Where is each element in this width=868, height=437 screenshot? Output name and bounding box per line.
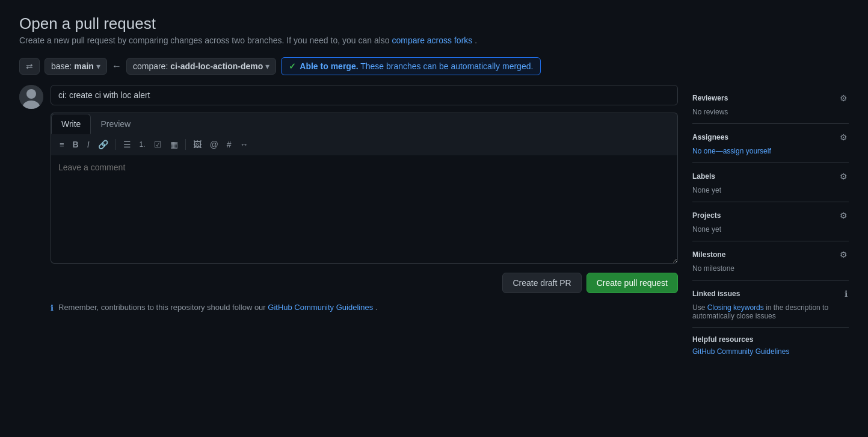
linked-issues-info-button[interactable]: ℹ <box>843 288 849 300</box>
italic-button[interactable]: I <box>84 137 93 152</box>
editor-container: Write Preview ≡ B I <box>51 113 678 265</box>
gear-icon-4: ⚙ <box>840 211 848 220</box>
image-button[interactable]: 🖼 <box>189 137 205 152</box>
labels-header: Labels ⚙ <box>692 170 849 182</box>
check-icon: ✓ <box>289 61 296 71</box>
link-button[interactable]: 🔗 <box>94 137 112 152</box>
create-draft-button[interactable]: Create draft PR <box>502 273 581 293</box>
pr-form: Write Preview ≡ B I <box>51 85 678 312</box>
assignees-value: No one—assign yourself <box>692 147 849 155</box>
image-icon: 🖼 <box>193 140 202 149</box>
merge-status: ✓ Able to merge. These branches can be a… <box>281 57 541 75</box>
github-guidelines-link[interactable]: GitHub Community Guidelines <box>692 347 789 356</box>
projects-gear-button[interactable]: ⚙ <box>839 209 849 222</box>
tab-write[interactable]: Write <box>51 114 91 134</box>
milestone-title: Milestone <box>692 250 725 259</box>
pr-title-input[interactable] <box>51 85 678 105</box>
italic-icon: I <box>87 140 90 149</box>
labels-value: None yet <box>692 186 849 194</box>
assignees-title: Assignees <box>692 133 728 141</box>
linked-issues-title: Linked issues <box>692 290 740 298</box>
subtitle-end: . <box>475 36 477 45</box>
chevron-down-icon-2: ▾ <box>265 61 269 71</box>
info-circle-icon: ℹ <box>845 289 848 299</box>
milestone-value: No milestone <box>692 264 849 273</box>
sidebar-section-assignees: Assignees ⚙ No one—assign yourself <box>692 124 849 163</box>
mention-button[interactable]: @ <box>206 137 222 152</box>
milestone-header: Milestone ⚙ <box>692 249 849 261</box>
page-container: Open a pull request Create a new pull re… <box>0 0 868 377</box>
bullets-button[interactable]: ☰ <box>120 137 135 152</box>
avatar <box>19 85 43 109</box>
form-with-avatar: Write Preview ≡ B I <box>19 85 678 312</box>
linked-issues-value: Use Closing keywords in the description … <box>692 303 849 320</box>
tab-preview[interactable]: Preview <box>91 114 140 134</box>
assignees-gear-button[interactable]: ⚙ <box>839 131 849 143</box>
toolbar-separator-2 <box>185 139 186 150</box>
more-button[interactable]: ↔ <box>236 137 252 152</box>
more-icon: ↔ <box>240 140 248 149</box>
link-icon: 🔗 <box>98 140 108 149</box>
info-note: ℹ Remember, contributions to this reposi… <box>51 303 678 312</box>
merge-status-text: Able to merge. These branches can be aut… <box>300 61 533 71</box>
reviewers-value: No reviews <box>692 108 849 116</box>
community-guidelines-link[interactable]: GitHub Community Guidelines <box>268 303 373 312</box>
toolbar-separator-1 <box>115 139 116 150</box>
labels-gear-button[interactable]: ⚙ <box>839 170 849 182</box>
sidebar-section-helpful-resources: Helpful resources GitHub Community Guide… <box>692 328 849 363</box>
info-note-text: Remember, contributions to this reposito… <box>58 303 377 312</box>
bold-button[interactable]: B <box>69 137 82 152</box>
create-pr-button[interactable]: Create pull request <box>586 273 678 293</box>
base-branch-button[interactable]: base: main ▾ <box>45 58 107 75</box>
page-title: Open a pull request <box>19 14 849 33</box>
tab-bar: Write Preview <box>51 113 678 134</box>
projects-title: Projects <box>692 211 721 220</box>
left-column: Write Preview ≡ B I <box>19 85 678 312</box>
compare-forks-link[interactable]: compare across forks <box>392 36 472 45</box>
page-subtitle: Create a new pull request by comparing c… <box>19 36 849 45</box>
helpful-resources-title: Helpful resources <box>692 335 753 344</box>
reference-button[interactable]: # <box>223 137 235 152</box>
numbered-icon: 1. <box>140 140 146 149</box>
helpful-resources-value: GitHub Community Guidelines <box>692 347 849 356</box>
main-layout: Write Preview ≡ B I <box>19 85 849 363</box>
right-sidebar: Reviewers ⚙ No reviews Assignees ⚙ No on… <box>692 85 849 363</box>
comment-textarea[interactable] <box>51 155 678 264</box>
sync-branch-button[interactable]: ⇄ <box>19 58 40 75</box>
gear-icon: ⚙ <box>840 93 848 103</box>
action-row: Create draft PR Create pull request <box>51 273 678 293</box>
table-icon: ▦ <box>170 140 178 149</box>
gear-icon-5: ⚙ <box>840 250 848 259</box>
reviewers-header: Reviewers ⚙ <box>692 92 849 104</box>
sidebar-section-labels: Labels ⚙ None yet <box>692 163 849 202</box>
chevron-down-icon: ▾ <box>96 61 100 71</box>
info-icon: ℹ <box>51 303 54 312</box>
sync-icon: ⇄ <box>26 61 33 71</box>
sidebar-section-linked-issues: Linked issues ℹ Use Closing keywords in … <box>692 280 849 328</box>
projects-header: Projects ⚙ <box>692 209 849 222</box>
able-to-merge: Able to merge. <box>300 61 358 71</box>
task-icon: ☑ <box>154 140 162 149</box>
subtitle-text: Create a new pull request by comparing c… <box>19 36 390 45</box>
heading-button[interactable]: ≡ <box>56 138 68 152</box>
left-arrow-icon: ← <box>112 61 122 72</box>
numbered-button[interactable]: 1. <box>136 138 149 151</box>
bold-icon: B <box>73 140 79 149</box>
linked-issues-header: Linked issues ℹ <box>692 288 849 300</box>
branch-row: ⇄ base: main ▾ ← compare: ci-add-loc-act… <box>19 57 849 75</box>
base-branch-name: main <box>74 61 94 71</box>
task-button[interactable]: ☑ <box>150 137 165 152</box>
svg-point-1 <box>26 89 36 99</box>
sidebar-section-reviewers: Reviewers ⚙ No reviews <box>692 85 849 124</box>
assignees-header: Assignees ⚙ <box>692 131 849 143</box>
heading-icon: ≡ <box>60 140 64 149</box>
closing-keywords-link[interactable]: Closing keywords <box>707 303 764 312</box>
gear-icon-3: ⚙ <box>840 172 848 181</box>
bullets-icon: ☰ <box>123 140 131 149</box>
table-button[interactable]: ▦ <box>167 137 182 152</box>
milestone-gear-button[interactable]: ⚙ <box>839 249 849 261</box>
reviewers-gear-button[interactable]: ⚙ <box>839 92 849 104</box>
compare-branch-button[interactable]: compare: ci-add-loc-action-demo ▾ <box>126 58 276 75</box>
reviewers-title: Reviewers <box>692 94 728 102</box>
assign-yourself-link[interactable]: No one—assign yourself <box>692 147 771 155</box>
